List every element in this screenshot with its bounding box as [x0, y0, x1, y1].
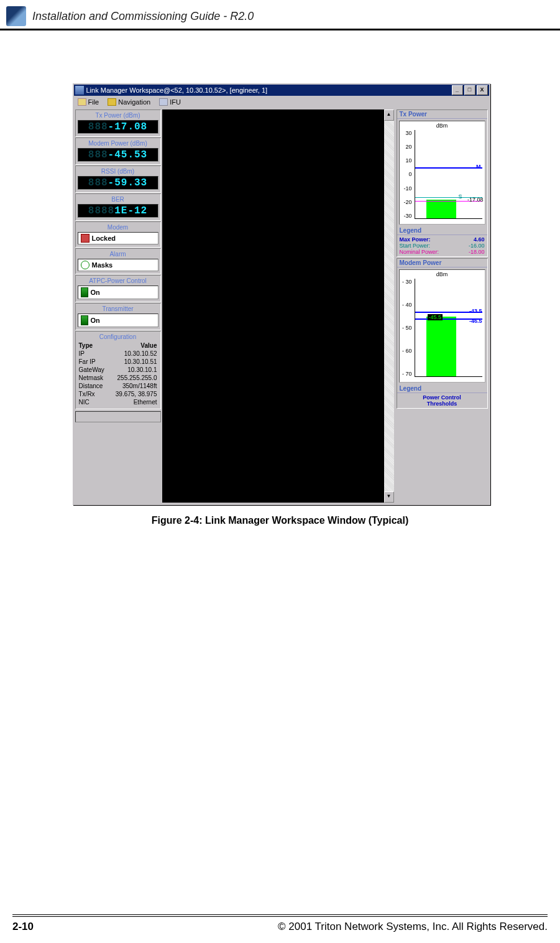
lower-threshold-label: -46.5	[469, 318, 482, 324]
transmitter-status[interactable]: On	[78, 314, 158, 327]
tx-bar	[426, 200, 456, 218]
on-icon	[81, 287, 88, 297]
scroll-down-button[interactable]: ▼	[384, 491, 394, 503]
rssi-value: 888-59.33	[78, 176, 158, 190]
header-title: Installation and Commissioning Guide - R…	[32, 10, 254, 23]
transmitter-group: Transmitter On	[75, 303, 161, 330]
modem-power-chart: dBm - 30- 40- 50- 60- 70 -45.5 -43.5 -46…	[399, 269, 485, 383]
modem-power-chart-group: Modem Power dBm - 30- 40- 50- 60- 70 -45…	[397, 258, 488, 409]
masks-icon	[81, 261, 90, 269]
app-window: Link Manager Workspace@<52, 10.30.10.52>…	[73, 83, 490, 505]
modem-power-label: Modem Power (dBm)	[78, 140, 158, 147]
modem-chart-yticks: - 30- 40- 50- 60- 70	[401, 279, 412, 377]
atpc-status[interactable]: On	[78, 286, 158, 299]
atpc-group: ATPC-Power Control On	[75, 275, 161, 302]
config-label: Configuration	[78, 333, 158, 340]
tx-power-value: 888-17.08	[78, 120, 158, 134]
modem-status: Locked	[78, 232, 158, 244]
minimize-button[interactable]: _	[452, 85, 463, 95]
titlebar[interactable]: Link Manager Workspace@<52, 10.30.10.52>…	[74, 85, 489, 96]
config-header: TypeValue	[78, 341, 158, 350]
config-row: NICEthernet	[78, 398, 158, 406]
page-header: Installation and Commissioning Guide - R…	[0, 0, 560, 30]
maximize-button[interactable]: □	[464, 85, 475, 95]
tx-power-group: Tx Power (dBm) 888-17.08	[75, 109, 161, 137]
modem-status-group: Modem Locked	[75, 221, 161, 248]
menu-navigation[interactable]: Navigation	[108, 98, 150, 106]
config-row: Netmask255.255.255.0	[78, 374, 158, 382]
tx-power-chart: dBm 3020100-10-20-30 M S -17.08	[399, 121, 485, 225]
config-row: Tx/Rx39.675, 38.975	[78, 390, 158, 398]
menu-file[interactable]: File	[78, 98, 99, 106]
s-label: S	[458, 193, 462, 200]
figure-caption: Figure 2-4: Link Manager Workspace Windo…	[73, 515, 488, 526]
on-icon	[81, 315, 88, 325]
transmitter-label: Transmitter	[78, 305, 158, 312]
modem-chart-unit: dBm	[436, 271, 448, 277]
modem-bar-label: -45.5	[428, 314, 443, 320]
config-row: GateWay10.30.10.1	[78, 366, 158, 374]
modem-label: Modem	[78, 224, 158, 231]
navigation-icon	[108, 98, 116, 106]
menu-ifu[interactable]: IFU	[159, 98, 181, 106]
config-row: IP10.30.10.52	[78, 350, 158, 358]
right-panel: Tx Power dBm 3020100-10-20-30 M S	[395, 108, 489, 504]
modem-power-group: Modem Power (dBm) 888-45.53	[75, 137, 161, 165]
rssi-label: RSSI (dBm)	[78, 168, 158, 175]
ber-label: BER	[78, 196, 158, 203]
scroll-track[interactable]	[384, 121, 394, 491]
page-footer: 2-10 © 2001 Triton Network Systems, Inc.…	[12, 914, 548, 933]
modem-power-value: 888-45.53	[78, 148, 158, 162]
tx-value-label: -17.08	[467, 197, 484, 203]
alarm-status[interactable]: Masks	[78, 259, 158, 271]
atpc-label: ATPC-Power Control	[78, 277, 158, 284]
copyright: © 2001 Triton Network Systems, Inc. All …	[278, 921, 548, 933]
config-row: Distance350m/1148ft	[78, 382, 158, 390]
rssi-group: RSSI (dBm) 888-59.33	[75, 165, 161, 193]
tx-power-chart-group: Tx Power dBm 3020100-10-20-30 M S	[397, 109, 488, 257]
tx-legend: Max Power:4.60 Start Power:-16.00 Nomina…	[397, 235, 487, 256]
modem-legend: Power Control Thresholds	[397, 393, 487, 408]
modem-bar	[426, 317, 456, 376]
center-canvas	[162, 109, 384, 503]
tx-power-chart-title: Tx Power	[397, 110, 487, 119]
app-icon	[75, 86, 84, 95]
config-row: Far IP10.30.10.51	[78, 358, 158, 366]
folder-icon	[78, 98, 86, 106]
tx-chart-unit: dBm	[436, 123, 448, 129]
alarm-label: Alarm	[78, 251, 158, 258]
ber-group: BER 88881E-12	[75, 193, 161, 221]
scroll-up-button[interactable]: ▲	[384, 109, 394, 121]
tx-power-label: Tx Power (dBm)	[78, 112, 158, 119]
menubar: File Navigation IFU	[74, 96, 489, 108]
ifu-icon	[159, 98, 168, 106]
status-bar-blank	[75, 411, 161, 422]
logo-icon	[6, 6, 26, 26]
upper-threshold-label: -43.5	[469, 308, 482, 314]
tx-legend-title: Legend	[397, 226, 487, 235]
close-button[interactable]: X	[477, 85, 488, 95]
window-title: Link Manager Workspace@<52, 10.30.10.52>…	[86, 86, 451, 94]
modem-chart-plot: -45.5 -43.5 -46.5	[415, 279, 482, 377]
m-label: M	[476, 164, 481, 170]
modem-legend-title: Legend	[397, 384, 487, 393]
alarm-group: Alarm Masks	[75, 248, 161, 274]
page-number: 2-10	[12, 921, 34, 933]
tx-chart-yticks: 3020100-10-20-30	[401, 130, 412, 219]
figure: Link Manager Workspace@<52, 10.30.10.52>…	[73, 83, 488, 526]
left-panel: Tx Power (dBm) 888-17.08 Modem Power (dB…	[74, 108, 162, 504]
configuration-group: Configuration TypeValue IP10.30.10.52 Fa…	[75, 331, 161, 409]
max-line	[415, 167, 482, 169]
modem-chart-title: Modem Power	[397, 259, 487, 267]
lock-icon	[81, 234, 90, 243]
tx-chart-plot: M S -17.08	[415, 130, 482, 219]
ber-value: 88881E-12	[78, 204, 158, 218]
vertical-scrollbar[interactable]: ▲ ▼	[384, 109, 394, 503]
